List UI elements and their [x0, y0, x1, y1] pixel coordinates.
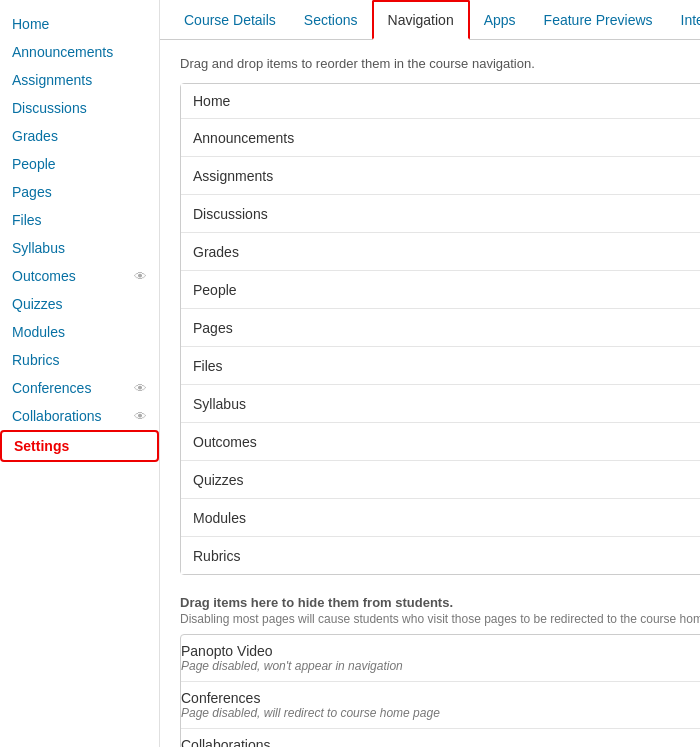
disabled-item-status-panopto: Page disabled, won't appear in navigatio… [181, 659, 403, 673]
sidebar-item-label-rubrics: Rubrics [12, 352, 59, 368]
content-area: Drag and drop items to reorder them in t… [160, 40, 700, 747]
eye-icon-outcomes: 👁 [134, 269, 147, 284]
sidebar-item-label-quizzes: Quizzes [12, 296, 63, 312]
nav-item-quizzes[interactable]: Quizzes⋮ [181, 461, 700, 499]
nav-item-label-pages: Pages [193, 320, 233, 336]
tab-sections[interactable]: Sections [290, 2, 372, 38]
nav-item-syllabus[interactable]: Syllabus⋮ [181, 385, 700, 423]
sidebar-item-label-discussions: Discussions [12, 100, 87, 116]
hide-section-title: Drag items here to hide them from studen… [180, 595, 700, 610]
nav-item-label-grades: Grades [193, 244, 239, 260]
sidebar-item-rubrics[interactable]: Rubrics [0, 346, 159, 374]
sidebar-item-people[interactable]: People [0, 150, 159, 178]
nav-item-label-assignments: Assignments [193, 168, 273, 184]
nav-item-label-modules: Modules [193, 510, 246, 526]
nav-item-files[interactable]: Files⋮ [181, 347, 700, 385]
nav-item-modules[interactable]: Modules⋮ [181, 499, 700, 537]
sidebar-item-label-modules: Modules [12, 324, 65, 340]
eye-icon-collaborations: 👁 [134, 409, 147, 424]
nav-item-announcements[interactable]: Announcements⋮ [181, 119, 700, 157]
nav-item-discussions[interactable]: Discussions⋮ [181, 195, 700, 233]
disabled-item-text-collaborations: CollaborationsPage disabled, will redire… [181, 737, 440, 747]
nav-item-label-quizzes: Quizzes [193, 472, 244, 488]
nav-item-outcomes[interactable]: Outcomes⋮ [181, 423, 700, 461]
nav-item-label-files: Files [193, 358, 223, 374]
sidebar-item-settings[interactable]: Settings [0, 430, 159, 462]
disabled-item-name-conferences: Conferences [181, 690, 440, 706]
nav-item-pages[interactable]: Pages⋮ [181, 309, 700, 347]
sidebar-item-announcements[interactable]: Announcements [0, 38, 159, 66]
sidebar-item-home[interactable]: Home [0, 10, 159, 38]
sidebar-item-outcomes[interactable]: Outcomes👁 [0, 262, 159, 290]
sidebar-item-files[interactable]: Files [0, 206, 159, 234]
sidebar-item-label-assignments: Assignments [12, 72, 92, 88]
disabled-item-text-conferences: ConferencesPage disabled, will redirect … [181, 690, 440, 720]
nav-item-people[interactable]: People⋮ [181, 271, 700, 309]
nav-item-label-syllabus: Syllabus [193, 396, 246, 412]
tab-apps[interactable]: Apps [470, 2, 530, 38]
sidebar-item-collaborations[interactable]: Collaborations👁 [0, 402, 159, 430]
nav-item-rubrics[interactable]: Rubrics⋮ [181, 537, 700, 574]
main-content: Course DetailsSectionsNavigationAppsFeat… [160, 0, 700, 747]
nav-item-label-announcements: Announcements [193, 130, 294, 146]
disabled-item-text-panopto: Panopto VideoPage disabled, won't appear… [181, 643, 403, 673]
tabs-bar: Course DetailsSectionsNavigationAppsFeat… [160, 0, 700, 40]
nav-item-label-people: People [193, 282, 237, 298]
sidebar-item-pages[interactable]: Pages [0, 178, 159, 206]
sidebar-item-label-grades: Grades [12, 128, 58, 144]
tab-feature-previews[interactable]: Feature Previews [530, 2, 667, 38]
sidebar-item-label-syllabus: Syllabus [12, 240, 65, 256]
sidebar-item-discussions[interactable]: Discussions [0, 94, 159, 122]
tab-navigation[interactable]: Navigation [372, 0, 470, 40]
tab-integrations[interactable]: Integrations [667, 2, 700, 38]
eye-icon-conferences: 👁 [134, 381, 147, 396]
sidebar-item-label-people: People [12, 156, 56, 172]
disabled-item-name-panopto: Panopto Video [181, 643, 403, 659]
sidebar-item-label-collaborations: Collaborations [12, 408, 102, 424]
navigation-items-list: HomeAnnouncements⋮Assignments⋮Discussion… [180, 83, 700, 575]
sidebar-item-label-announcements: Announcements [12, 44, 113, 60]
disabled-item-status-conferences: Page disabled, will redirect to course h… [181, 706, 440, 720]
sidebar-item-quizzes[interactable]: Quizzes [0, 290, 159, 318]
sidebar-item-label-outcomes: Outcomes [12, 268, 76, 284]
sidebar-item-grades[interactable]: Grades [0, 122, 159, 150]
disabled-items-list: Panopto VideoPage disabled, won't appear… [180, 634, 700, 747]
disabled-item-collaborations[interactable]: CollaborationsPage disabled, will redire… [181, 729, 700, 747]
nav-item-label-rubrics: Rubrics [193, 548, 240, 564]
hide-section-description: Disabling most pages will cause students… [180, 612, 700, 626]
nav-item-label-outcomes: Outcomes [193, 434, 257, 450]
nav-item-label-discussions: Discussions [193, 206, 268, 222]
sidebar-item-label-settings: Settings [14, 438, 69, 454]
sidebar-item-label-conferences: Conferences [12, 380, 91, 396]
sidebar-item-label-files: Files [12, 212, 42, 228]
disabled-item-conferences[interactable]: ConferencesPage disabled, will redirect … [181, 682, 700, 729]
nav-item-label-home: Home [193, 93, 230, 109]
sidebar-item-label-home: Home [12, 16, 49, 32]
nav-item-grades[interactable]: Grades⋮ [181, 233, 700, 271]
disabled-item-name-collaborations: Collaborations [181, 737, 440, 747]
nav-item-home[interactable]: Home [181, 84, 700, 119]
sidebar-item-syllabus[interactable]: Syllabus [0, 234, 159, 262]
sidebar-item-label-pages: Pages [12, 184, 52, 200]
sidebar-item-assignments[interactable]: Assignments [0, 66, 159, 94]
disabled-item-panopto[interactable]: Panopto VideoPage disabled, won't appear… [181, 635, 700, 682]
drag-instruction: Drag and drop items to reorder them in t… [180, 56, 700, 71]
nav-item-assignments[interactable]: Assignments⋮ [181, 157, 700, 195]
hide-section-container: Drag items here to hide them from studen… [180, 595, 700, 747]
sidebar-item-modules[interactable]: Modules [0, 318, 159, 346]
sidebar: HomeAnnouncementsAssignmentsDiscussionsG… [0, 0, 160, 747]
tab-course-details[interactable]: Course Details [170, 2, 290, 38]
sidebar-item-conferences[interactable]: Conferences👁 [0, 374, 159, 402]
